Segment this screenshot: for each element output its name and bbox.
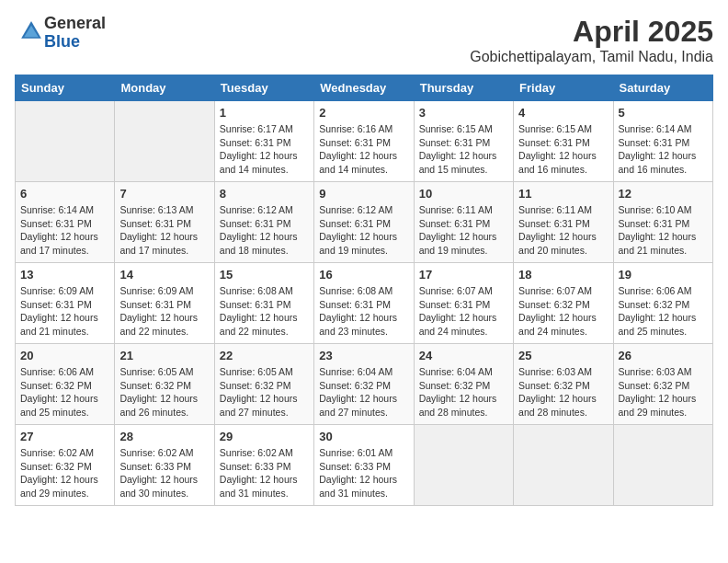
day-number: 18 [518, 268, 608, 282]
day-info: Sunrise: 6:13 AMSunset: 6:31 PMDaylight:… [119, 203, 209, 258]
calendar-cell: 1Sunrise: 6:17 AMSunset: 6:31 PMDaylight… [214, 101, 313, 182]
day-number: 28 [119, 430, 209, 443]
calendar-cell: 20Sunrise: 6:06 AMSunset: 6:32 PMDayligh… [16, 344, 115, 425]
calendar-table: SundayMondayTuesdayWednesdayThursdayFrid… [15, 75, 713, 506]
calendar-cell: 23Sunrise: 6:04 AMSunset: 6:32 PMDayligh… [314, 344, 414, 425]
day-info: Sunrise: 6:15 AMSunset: 6:31 PMDaylight:… [518, 122, 608, 177]
calendar-cell: 27Sunrise: 6:02 AMSunset: 6:32 PMDayligh… [16, 425, 115, 506]
day-number: 7 [119, 187, 209, 201]
calendar-cell: 15Sunrise: 6:08 AMSunset: 6:31 PMDayligh… [214, 263, 313, 344]
day-number: 22 [220, 349, 309, 362]
day-number: 1 [220, 106, 309, 120]
day-info: Sunrise: 6:01 AMSunset: 6:33 PMDaylight:… [319, 446, 408, 500]
month-title: April 2025 [470, 15, 713, 49]
calendar-cell: 21Sunrise: 6:05 AMSunset: 6:32 PMDayligh… [115, 344, 214, 425]
day-info: Sunrise: 6:17 AMSunset: 6:31 PMDaylight:… [220, 122, 309, 177]
day-info: Sunrise: 6:14 AMSunset: 6:31 PMDaylight:… [619, 122, 708, 177]
day-info: Sunrise: 6:06 AMSunset: 6:32 PMDaylight:… [20, 365, 109, 419]
calendar-cell: 17Sunrise: 6:07 AMSunset: 6:31 PMDayligh… [414, 263, 513, 344]
day-info: Sunrise: 6:08 AMSunset: 6:31 PMDaylight:… [319, 284, 408, 339]
day-info: Sunrise: 6:07 AMSunset: 6:31 PMDaylight:… [419, 284, 508, 339]
weekday-header-monday: Monday [115, 75, 214, 101]
calendar-cell: 11Sunrise: 6:11 AMSunset: 6:31 PMDayligh… [514, 182, 613, 263]
logo-general: General [44, 15, 106, 33]
calendar-cell: 13Sunrise: 6:09 AMSunset: 6:31 PMDayligh… [16, 263, 115, 344]
day-number: 2 [319, 106, 408, 120]
day-number: 9 [319, 187, 408, 201]
day-info: Sunrise: 6:12 AMSunset: 6:31 PMDaylight:… [220, 203, 309, 258]
day-info: Sunrise: 6:11 AMSunset: 6:31 PMDaylight:… [419, 203, 508, 258]
day-number: 6 [20, 187, 109, 201]
day-info: Sunrise: 6:02 AMSunset: 6:32 PMDaylight:… [20, 446, 109, 500]
day-number: 8 [220, 187, 309, 201]
calendar-cell: 6Sunrise: 6:14 AMSunset: 6:31 PMDaylight… [16, 182, 115, 263]
day-number: 24 [419, 349, 508, 362]
calendar-cell: 22Sunrise: 6:05 AMSunset: 6:32 PMDayligh… [214, 344, 313, 425]
day-info: Sunrise: 6:08 AMSunset: 6:31 PMDaylight:… [220, 284, 309, 339]
location: Gobichettipalayam, Tamil Nadu, India [470, 49, 713, 65]
calendar-cell: 2Sunrise: 6:16 AMSunset: 6:31 PMDaylight… [314, 101, 414, 182]
weekday-header-sunday: Sunday [16, 75, 115, 101]
day-info: Sunrise: 6:16 AMSunset: 6:31 PMDaylight:… [319, 122, 408, 177]
day-info: Sunrise: 6:02 AMSunset: 6:33 PMDaylight:… [220, 446, 309, 500]
day-number: 29 [220, 430, 309, 443]
day-info: Sunrise: 6:04 AMSunset: 6:32 PMDaylight:… [419, 365, 508, 419]
calendar-cell: 24Sunrise: 6:04 AMSunset: 6:32 PMDayligh… [414, 344, 513, 425]
calendar-cell: 5Sunrise: 6:14 AMSunset: 6:31 PMDaylight… [613, 101, 712, 182]
day-number: 26 [619, 349, 708, 362]
day-number: 4 [518, 106, 608, 120]
calendar-cell: 16Sunrise: 6:08 AMSunset: 6:31 PMDayligh… [314, 263, 414, 344]
day-info: Sunrise: 6:12 AMSunset: 6:31 PMDaylight:… [319, 203, 408, 258]
day-info: Sunrise: 6:10 AMSunset: 6:31 PMDaylight:… [619, 203, 708, 258]
day-info: Sunrise: 6:14 AMSunset: 6:31 PMDaylight:… [20, 203, 109, 258]
calendar-cell [514, 425, 613, 506]
day-number: 5 [619, 106, 708, 120]
day-info: Sunrise: 6:09 AMSunset: 6:31 PMDaylight:… [20, 284, 109, 339]
day-info: Sunrise: 6:02 AMSunset: 6:33 PMDaylight:… [119, 446, 209, 500]
calendar-cell: 28Sunrise: 6:02 AMSunset: 6:33 PMDayligh… [115, 425, 214, 506]
page-header: General Blue April 2025 Gobichettipalaya… [15, 15, 713, 65]
day-number: 21 [119, 349, 209, 362]
calendar-cell [115, 101, 214, 182]
calendar-cell [613, 425, 712, 506]
day-info: Sunrise: 6:04 AMSunset: 6:32 PMDaylight:… [319, 365, 408, 419]
calendar-cell: 4Sunrise: 6:15 AMSunset: 6:31 PMDaylight… [514, 101, 613, 182]
weekday-header-tuesday: Tuesday [214, 75, 313, 101]
calendar-cell: 3Sunrise: 6:15 AMSunset: 6:31 PMDaylight… [414, 101, 513, 182]
calendar-cell: 10Sunrise: 6:11 AMSunset: 6:31 PMDayligh… [414, 182, 513, 263]
calendar-cell: 25Sunrise: 6:03 AMSunset: 6:32 PMDayligh… [514, 344, 613, 425]
day-number: 12 [619, 187, 708, 201]
day-info: Sunrise: 6:03 AMSunset: 6:32 PMDaylight:… [518, 365, 608, 419]
day-info: Sunrise: 6:11 AMSunset: 6:31 PMDaylight:… [518, 203, 608, 258]
day-info: Sunrise: 6:05 AMSunset: 6:32 PMDaylight:… [119, 365, 209, 419]
day-info: Sunrise: 6:15 AMSunset: 6:31 PMDaylight:… [419, 122, 508, 177]
calendar-cell: 14Sunrise: 6:09 AMSunset: 6:31 PMDayligh… [115, 263, 214, 344]
day-number: 3 [419, 106, 508, 120]
calendar-cell [16, 101, 115, 182]
day-info: Sunrise: 6:05 AMSunset: 6:32 PMDaylight:… [220, 365, 309, 419]
logo: General Blue [15, 15, 106, 52]
day-number: 20 [20, 349, 109, 362]
calendar-cell: 18Sunrise: 6:07 AMSunset: 6:32 PMDayligh… [514, 263, 613, 344]
day-number: 27 [20, 430, 109, 443]
day-info: Sunrise: 6:07 AMSunset: 6:32 PMDaylight:… [518, 284, 608, 339]
day-number: 13 [20, 268, 109, 282]
day-number: 17 [419, 268, 508, 282]
calendar-cell: 19Sunrise: 6:06 AMSunset: 6:32 PMDayligh… [613, 263, 712, 344]
calendar-cell: 9Sunrise: 6:12 AMSunset: 6:31 PMDaylight… [314, 182, 414, 263]
calendar-cell: 7Sunrise: 6:13 AMSunset: 6:31 PMDaylight… [115, 182, 214, 263]
calendar-cell: 8Sunrise: 6:12 AMSunset: 6:31 PMDaylight… [214, 182, 313, 263]
calendar-cell: 29Sunrise: 6:02 AMSunset: 6:33 PMDayligh… [214, 425, 313, 506]
day-number: 16 [319, 268, 408, 282]
day-number: 30 [319, 430, 408, 443]
calendar-cell: 26Sunrise: 6:03 AMSunset: 6:32 PMDayligh… [613, 344, 712, 425]
calendar-cell: 30Sunrise: 6:01 AMSunset: 6:33 PMDayligh… [314, 425, 414, 506]
day-number: 15 [220, 268, 309, 282]
day-number: 14 [119, 268, 209, 282]
day-info: Sunrise: 6:09 AMSunset: 6:31 PMDaylight:… [119, 284, 209, 339]
day-number: 25 [518, 349, 608, 362]
weekday-header-friday: Friday [514, 75, 613, 101]
weekday-header-wednesday: Wednesday [314, 75, 414, 101]
day-number: 23 [319, 349, 408, 362]
day-info: Sunrise: 6:06 AMSunset: 6:32 PMDaylight:… [619, 284, 708, 339]
